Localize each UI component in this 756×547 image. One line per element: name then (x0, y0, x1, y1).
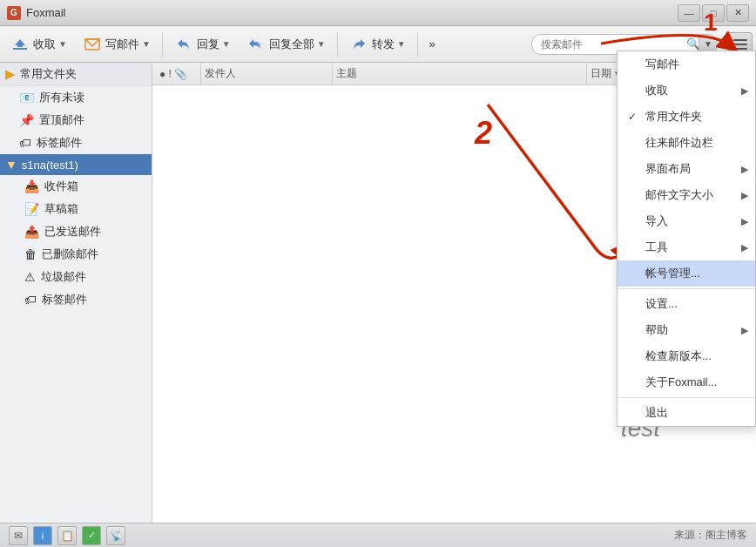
reply-all-button[interactable]: 回复全部 ▼ (240, 32, 333, 57)
reply-all-icon (246, 35, 266, 54)
sidebar-junk-label: 垃圾邮件 (41, 269, 86, 285)
menu-item-help[interactable]: 帮助▶ (618, 317, 755, 343)
menu-arrow-import: ▶ (741, 216, 748, 227)
menu-item-check_update[interactable]: 检查新版本... (618, 343, 755, 369)
sidebar-trash-label: 已删除邮件 (42, 246, 98, 262)
col-header-subject[interactable]: 主题 (333, 63, 587, 84)
menu-item-account_mgr[interactable]: 帐号管理... (618, 260, 755, 287)
menu-arrow-font_size: ▶ (741, 190, 748, 201)
folder-icon: ▶ (5, 66, 16, 82)
reply-button[interactable]: 回复 ▼ (167, 32, 238, 57)
menu-item-receive[interactable]: 收取▶ (618, 78, 755, 104)
reply-all-label: 回复全部 (269, 37, 314, 52)
menu-arrow-tools: ▶ (741, 242, 748, 253)
menu-item-from_bar[interactable]: 往来邮件边栏 (618, 130, 755, 156)
status-icon-2[interactable]: i (33, 526, 52, 545)
menu-item-font_size[interactable]: 邮件文字大小▶ (618, 182, 755, 208)
menu-item-label-about: 关于Foxmail... (645, 375, 717, 390)
sidebar-item-all-unread[interactable]: 📧 所有未读 (0, 86, 152, 109)
maximize-button[interactable]: □ (702, 4, 725, 22)
receive-button[interactable]: 收取 ▼ (3, 32, 74, 57)
sidebar-item-flagged-label: 标签邮件 (37, 135, 82, 151)
sidebar-common-folders[interactable]: ▶ 常用文件夹 (0, 63, 152, 86)
sidebar-sent[interactable]: 📤 已发送邮件 (0, 220, 152, 243)
more-button[interactable]: » (422, 35, 442, 53)
minimize-button[interactable]: — (678, 4, 700, 22)
source-label: 来源：阁主博客 (674, 529, 747, 541)
trash-icon: 🗑 (24, 247, 37, 261)
sidebar-inbox-label: 收件箱 (44, 179, 78, 194)
sidebar-trash[interactable]: 🗑 已删除邮件 (0, 243, 152, 266)
sidebar: ▶ 常用文件夹 📧 所有未读 📌 置顶邮件 🏷 标签邮件 ▼ s1na(test… (0, 63, 152, 523)
sidebar-sent-label: 已发送邮件 (44, 224, 101, 240)
pinned-icon: 📌 (19, 113, 34, 127)
menu-item-label-exit: 退出 (645, 405, 668, 421)
tags-icon: 🏷 (24, 293, 37, 307)
sidebar-inbox[interactable]: 📥 收件箱 (0, 175, 152, 198)
separator-2 (337, 32, 338, 57)
sidebar-item-flagged[interactable]: 🏷 标签邮件 (0, 132, 152, 154)
forward-arrow: ▼ (397, 39, 406, 49)
menu-item-exit[interactable]: 退出 (618, 400, 755, 426)
forward-icon (349, 35, 368, 54)
close-button[interactable]: ✕ (726, 4, 749, 22)
sidebar-drafts-label: 草稿箱 (44, 201, 78, 217)
menu-item-label-from_bar: 往来邮件边栏 (645, 135, 713, 151)
menu-item-label-import: 导入 (645, 213, 668, 229)
menu-item-label-common_folders: 常用文件夹 (645, 109, 702, 125)
separator-1 (162, 32, 163, 57)
reply-icon (174, 35, 193, 54)
sidebar-item-pinned[interactable]: 📌 置顶邮件 (0, 109, 152, 132)
sidebar-common-folders-label: 常用文件夹 (20, 66, 77, 82)
compose-arrow: ▼ (142, 39, 151, 49)
menu-item-import[interactable]: 导入▶ (618, 208, 755, 234)
compose-label: 写邮件 (105, 37, 139, 52)
menu-item-layout[interactable]: 界面布局▶ (618, 156, 755, 182)
title-bar: G Foxmail — □ ✕ (0, 0, 756, 26)
sidebar-drafts[interactable]: 📝 草稿箱 (0, 198, 152, 220)
menu-item-label-account_mgr: 帐号管理... (645, 266, 700, 281)
menu-item-tools[interactable]: 工具▶ (618, 234, 755, 260)
menu-check-common_folders: ✓ (628, 111, 642, 123)
menu-item-compose[interactable]: 写邮件 (618, 51, 755, 78)
reply-all-arrow: ▼ (317, 39, 326, 49)
menu-item-common_folders[interactable]: ✓常用文件夹 (618, 104, 755, 130)
menu-item-label-check_update: 检查新版本... (645, 348, 712, 364)
status-icon-4[interactable]: ✓ (82, 526, 101, 545)
window-controls: — □ ✕ (678, 4, 749, 22)
sidebar-item-pinned-label: 置顶邮件 (39, 112, 84, 128)
flagged-icon: 🏷 (19, 136, 31, 150)
menu-arrow-help: ▶ (741, 325, 748, 336)
reply-label: 回复 (197, 37, 219, 52)
receive-icon (10, 35, 30, 54)
sidebar-junk[interactable]: ⚠ 垃圾邮件 (0, 266, 152, 288)
menu-item-label-layout: 界面布局 (645, 161, 691, 177)
status-icon-5[interactable]: 📡 (106, 526, 125, 545)
app-icon: G (7, 6, 21, 20)
all-unread-icon: 📧 (19, 91, 34, 105)
icon-col-label: ● ! 📎 (159, 68, 187, 80)
col-header-icons[interactable]: ● ! 📎 (156, 63, 201, 84)
compose-button[interactable]: 写邮件 ▼ (76, 32, 158, 57)
menu-item-about[interactable]: 关于Foxmail... (618, 369, 755, 395)
menu-item-label-font_size: 邮件文字大小 (645, 187, 713, 203)
col-header-sender[interactable]: 发件人 (201, 63, 333, 84)
status-right: 来源：阁主博客 (674, 528, 747, 543)
menu-item-label-help: 帮助 (645, 322, 668, 338)
sidebar-tags[interactable]: 🏷 标签邮件 (0, 288, 152, 311)
svg-marker-1 (15, 39, 25, 47)
status-icon-1[interactable]: ✉ (9, 526, 28, 545)
menu-item-label-tools: 工具 (645, 240, 668, 255)
menu-arrow-receive: ▶ (741, 85, 748, 97)
junk-icon: ⚠ (24, 270, 36, 284)
compose-icon (83, 35, 102, 54)
forward-button[interactable]: 转发 ▼ (342, 32, 413, 57)
app-title: Foxmail (26, 6, 678, 19)
inbox-icon: 📥 (24, 179, 39, 193)
status-icon-3[interactable]: 📋 (57, 526, 77, 545)
menu-line-3 (733, 48, 747, 50)
sidebar-account[interactable]: ▼ s1na(test1) (0, 154, 152, 175)
menu-item-label-receive: 收取 (645, 83, 668, 98)
menu-item-settings[interactable]: 设置... (618, 291, 755, 317)
menu-line-2 (733, 44, 747, 45)
